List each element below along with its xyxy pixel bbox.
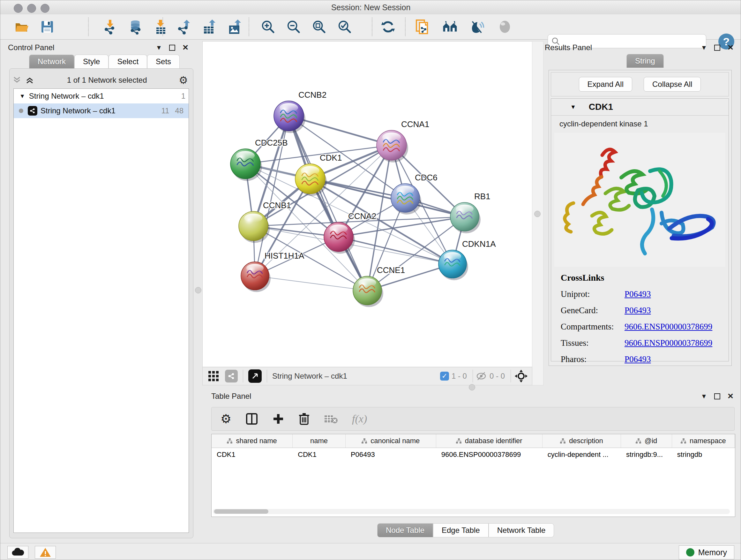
import-table-button[interactable] <box>153 19 168 34</box>
crosslink-link[interactable]: P06493 <box>624 289 651 299</box>
network-edge[interactable] <box>289 116 367 291</box>
network-node-CCNB1[interactable]: CCNB1 <box>239 200 291 243</box>
results-panel-menu-icon[interactable]: ▼ <box>701 44 707 51</box>
table-cell[interactable]: stringdb:9... <box>621 448 672 461</box>
clone-network-button[interactable] <box>415 19 430 34</box>
add-column-icon[interactable] <box>272 413 284 425</box>
open-folder-icon <box>14 19 29 34</box>
table-panel-menu-icon[interactable]: ▼ <box>701 393 707 400</box>
grid-view-icon[interactable] <box>208 370 220 382</box>
control-panel-close-icon[interactable]: ✕ <box>182 43 189 52</box>
column-header-canonical-name[interactable]: canonical name <box>346 434 436 448</box>
zoom-in-button[interactable] <box>261 19 275 34</box>
splitter-handle[interactable] <box>534 211 541 217</box>
column-type-icon <box>560 438 566 444</box>
column-header-description[interactable]: description <box>542 434 621 448</box>
warnings-button[interactable] <box>35 546 56 559</box>
export-image-button[interactable] <box>227 19 242 34</box>
import-database-button[interactable] <box>128 19 143 34</box>
show-columns-icon[interactable] <box>246 413 258 425</box>
node-label: HIST1H1A <box>265 251 305 260</box>
column-header-database-identifier[interactable]: database identifier <box>436 434 542 448</box>
network-canvas[interactable]: CCNB2CCNA1CDC25BCDK1CDC6RB1CCNB1CCNA2CDK… <box>202 41 532 368</box>
network-edge[interactable] <box>310 179 465 217</box>
export-network-button[interactable] <box>177 19 191 34</box>
network-node-CCNB2[interactable]: CCNB2 <box>274 90 327 133</box>
results-panel-float-icon[interactable] <box>714 45 720 51</box>
network-options-gear-icon[interactable]: ⚙ <box>179 74 188 86</box>
gene-expand-icon[interactable]: ▼ <box>570 104 576 111</box>
table-cell[interactable]: stringdb <box>672 448 735 461</box>
table-cell[interactable]: 9606.ENSP00000378699 <box>436 448 542 461</box>
network-edge[interactable] <box>339 237 453 264</box>
cloud-button[interactable] <box>7 546 28 559</box>
delete-column-trash-icon[interactable] <box>298 412 310 426</box>
results-panel-close-icon[interactable]: ✕ <box>727 43 734 52</box>
table-settings-gear-icon[interactable]: ⚙ <box>220 412 231 426</box>
network-node-HIST1H1A[interactable]: HIST1H1A <box>241 251 305 292</box>
table-panel-float-icon[interactable] <box>714 393 720 399</box>
fit-content-crosshair-icon[interactable] <box>514 369 528 383</box>
open-session-button[interactable] <box>14 19 29 34</box>
column-header--id[interactable]: @id <box>621 434 672 448</box>
crosslinks-heading: CrossLinks <box>561 273 729 283</box>
delete-table-icon[interactable] <box>324 414 338 424</box>
table-hscrollbar[interactable] <box>213 509 730 514</box>
table-cell[interactable]: CDK1 <box>293 448 346 461</box>
expand-all-icon[interactable] <box>25 76 35 84</box>
first-neighbors-button[interactable] <box>443 19 457 34</box>
panel-splitter-handle[interactable] <box>195 287 201 294</box>
network-collection-row[interactable]: ▼ String Network – cdk1 1 <box>14 89 189 104</box>
crosslink-link[interactable]: 9606.ENSP00000378699 <box>624 338 712 348</box>
network-node-CDKN1A[interactable]: CDKN1A <box>439 239 496 280</box>
column-header-shared-name[interactable]: shared name <box>212 434 293 448</box>
memory-button[interactable]: Memory <box>679 545 734 559</box>
table-cell[interactable]: cyclin-dependent ... <box>542 448 621 461</box>
tab-select[interactable]: Select <box>109 55 147 68</box>
control-panel-float-icon[interactable] <box>169 45 175 51</box>
horizontal-splitter[interactable] <box>202 385 741 389</box>
collapse-all-button[interactable]: Collapse All <box>644 77 701 91</box>
tab-edge-table[interactable]: Edge Table <box>433 523 488 537</box>
selected-checkbox-icon[interactable]: ✓ <box>440 372 449 381</box>
tab-network[interactable]: Network <box>29 55 74 68</box>
hide-selected-button[interactable] <box>470 19 485 34</box>
column-header-name[interactable]: name <box>293 434 346 448</box>
network-edge[interactable] <box>255 276 367 291</box>
zoom-out-button[interactable] <box>286 19 301 34</box>
zoom-fit-button[interactable] <box>312 19 327 34</box>
table-row[interactable]: CDK1CDK1P064939606.ENSP00000378699cyclin… <box>212 448 735 461</box>
save-session-button[interactable] <box>40 19 55 34</box>
tab-network-table[interactable]: Network Table <box>488 523 554 537</box>
crosslink-link[interactable]: 9606.ENSP00000378699 <box>624 322 712 332</box>
tree-expand-icon[interactable]: ▼ <box>19 93 25 100</box>
tab-sets[interactable]: Sets <box>147 55 180 68</box>
table-panel-close-icon[interactable]: ✕ <box>727 392 734 401</box>
network-node-RB1[interactable]: RB1 <box>450 192 490 233</box>
control-panel-menu-icon[interactable]: ▼ <box>156 44 162 51</box>
table-cell[interactable]: CDK1 <box>212 448 293 461</box>
import-network-button[interactable] <box>103 19 117 34</box>
network-node-CCNE1[interactable]: CCNE1 <box>353 265 405 307</box>
table-cell[interactable]: P06493 <box>346 448 436 461</box>
network-node-CDK1[interactable]: CDK1 <box>295 153 342 196</box>
refresh-button[interactable] <box>381 19 395 34</box>
vertical-splitter[interactable] <box>532 41 543 385</box>
tab-string[interactable]: String <box>626 54 664 68</box>
crosslink-link[interactable]: P06493 <box>624 354 651 364</box>
network-view-share-icon[interactable] <box>225 370 238 382</box>
crosslink-link[interactable]: P06493 <box>624 306 651 315</box>
network-node-CCNA1[interactable]: CCNA1 <box>377 119 429 163</box>
collapse-all-icon[interactable] <box>13 76 22 84</box>
show-all-button[interactable] <box>497 19 512 34</box>
zoom-selected-button[interactable] <box>337 19 352 34</box>
open-in-window-icon[interactable] <box>248 369 262 383</box>
tab-node-table[interactable]: Node Table <box>377 523 433 537</box>
network-row-selected[interactable]: String Network – cdk1 11 48 <box>14 104 189 118</box>
export-table-button[interactable] <box>202 19 217 34</box>
tab-style[interactable]: Style <box>74 55 109 68</box>
expand-all-button[interactable]: Expand All <box>579 77 632 91</box>
column-header-namespace[interactable]: namespace <box>672 434 735 448</box>
function-builder-button[interactable]: f(x) <box>352 413 367 425</box>
hscrollbar-thumb[interactable] <box>214 509 268 514</box>
